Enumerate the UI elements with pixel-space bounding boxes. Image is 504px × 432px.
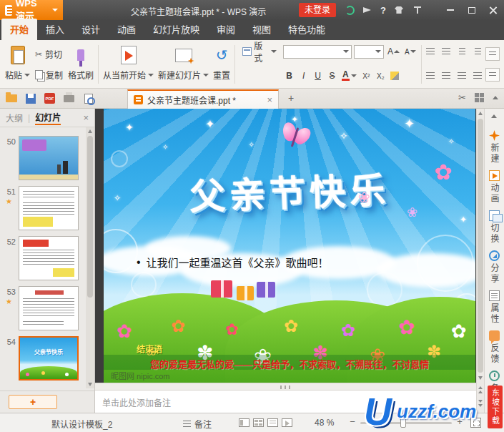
cut-button[interactable]: ✂ 剪切 <box>32 46 66 62</box>
notes-splitter[interactable] <box>95 383 476 391</box>
slide-thumbnail-53[interactable] <box>19 286 79 330</box>
underline-button[interactable]: U <box>312 69 324 83</box>
zoom-in-button[interactable]: + <box>455 418 465 428</box>
font-name-select[interactable] <box>283 45 352 59</box>
bold-button[interactable]: B <box>283 69 295 83</box>
paste-button[interactable]: 粘贴 <box>3 42 32 87</box>
new-slide-button[interactable]: 新建幻灯片 <box>156 42 211 87</box>
sidebar-item-feedback[interactable]: 反馈 <box>485 330 504 365</box>
grow-font-button[interactable]: A <box>386 45 401 59</box>
numbered-list-button[interactable] <box>440 45 453 59</box>
shrink-font-button[interactable]: A <box>403 45 417 59</box>
print-preview-button[interactable] <box>81 92 95 105</box>
print-button[interactable] <box>62 92 76 105</box>
slide-thumbnail-54[interactable]: 父亲节快乐 <box>19 336 79 381</box>
switch-window-icon[interactable] <box>475 93 484 102</box>
sidebar-item-new[interactable]: 新建 <box>485 130 504 165</box>
sidebar-item-animation[interactable]: 动画 <box>485 170 504 205</box>
text-direction-button[interactable] <box>485 47 500 61</box>
scroll-up-icon <box>478 112 483 115</box>
tab-slideshow[interactable]: 幻灯片放映 <box>144 19 208 40</box>
maximize-button[interactable] <box>461 0 483 20</box>
panel-scrollbar-thumb[interactable] <box>87 136 93 298</box>
tab-design[interactable]: 设计 <box>73 19 109 40</box>
copy-button[interactable]: 复制 <box>32 67 66 82</box>
normal-view-icon[interactable] <box>239 418 249 427</box>
font-color-button[interactable]: A <box>340 69 358 83</box>
previous-slide-button[interactable] <box>478 386 483 395</box>
reading-view-icon[interactable] <box>267 418 278 427</box>
panel-scrollbar[interactable] <box>86 127 94 388</box>
document-tab-close[interactable]: × <box>267 94 272 105</box>
highlight-button[interactable] <box>389 69 401 83</box>
slide-thumbnail-50[interactable] <box>19 136 79 180</box>
scissors-icon[interactable]: ✂ <box>458 92 466 103</box>
tab-insert[interactable]: 插入 <box>37 19 73 40</box>
play-from-current-button[interactable]: 从当前开始 <box>101 42 156 87</box>
ending-line[interactable]: 您的爱是最无私的爱——只是给予，不求索取，不溯既往，不讨恩情 <box>104 357 475 370</box>
slide-bullet-line[interactable]: • 让我们一起重温这首《父亲》歌曲吧！ <box>137 256 444 270</box>
notes-toggle[interactable]: 备注 <box>183 418 212 430</box>
notes-area[interactable]: 单击此处添加备注 <box>95 391 476 413</box>
bullet-list-button[interactable] <box>424 45 438 59</box>
align-center-button[interactable] <box>440 69 453 83</box>
skin-button[interactable] <box>392 4 405 16</box>
scrollbar-thumb[interactable] <box>478 119 483 373</box>
italic-button[interactable]: I <box>297 69 310 83</box>
sidebar-item-share[interactable]: 分享 <box>485 250 504 285</box>
save-button[interactable] <box>24 92 37 105</box>
slide-sorter-icon[interactable] <box>253 418 264 427</box>
sidebar-collapse-icon[interactable] <box>491 114 497 118</box>
add-slide-button[interactable]: + <box>9 395 57 409</box>
slideshow-view-icon[interactable] <box>282 418 292 427</box>
justify-button[interactable] <box>471 69 485 83</box>
login-button[interactable]: 未登录 <box>299 3 336 17</box>
slide-thumbnail-51[interactable] <box>19 186 79 230</box>
font-size-select[interactable] <box>354 45 384 59</box>
share-button[interactable] <box>360 4 373 16</box>
panel-close-button[interactable]: × <box>83 112 89 123</box>
tab-animation[interactable]: 动画 <box>109 19 144 40</box>
new-document-tab-button[interactable]: + <box>285 93 297 105</box>
vertical-scrollbar[interactable] <box>476 109 484 383</box>
align-left-button[interactable] <box>424 69 438 83</box>
app-menu-button[interactable]: WPS 演示 <box>0 0 63 20</box>
slide-canvas[interactable]: ✦ ✧ ✦ ✧ ✦ ✧ ✦ ✧ ✦ ✧ 父亲节快乐 <box>104 109 475 383</box>
superscript-button[interactable]: X² <box>360 69 372 83</box>
subscript-button[interactable]: X₂ <box>375 69 387 83</box>
slide-thumbnail-52[interactable] <box>19 236 79 280</box>
collapse-ribbon-icon[interactable] <box>493 96 498 99</box>
zoom-slider-handle[interactable] <box>400 418 406 428</box>
open-file-button[interactable] <box>4 92 18 105</box>
tab-home[interactable]: 开始 <box>1 19 37 40</box>
next-slide-button[interactable] <box>478 400 483 408</box>
align-right-button[interactable] <box>455 69 469 83</box>
close-button[interactable] <box>483 0 504 20</box>
line-spacing-button[interactable] <box>485 68 500 82</box>
layout-button[interactable]: 版式 <box>239 37 280 66</box>
sidebar-item-transition[interactable]: 切换 <box>485 210 504 245</box>
outline-tab[interactable]: 大纲 <box>6 112 23 124</box>
tab-special-features[interactable]: 特色功能 <box>280 19 334 40</box>
sync-button[interactable] <box>343 4 356 16</box>
pin-ribbon-button[interactable] <box>411 4 424 16</box>
reset-button[interactable]: ↺ 重置 <box>211 42 232 87</box>
sidebar-item-backup[interactable]: 备份 <box>485 370 504 405</box>
help-button[interactable]: ? <box>377 4 390 16</box>
zoom-out-button[interactable]: − <box>347 418 357 428</box>
save-icon <box>26 94 36 104</box>
format-painter-button[interactable]: 格式刷 <box>66 42 96 87</box>
increase-indent-icon <box>475 48 481 56</box>
decrease-indent-button[interactable] <box>455 45 469 59</box>
font-color-label: A <box>342 71 350 81</box>
export-pdf-button[interactable]: PDF <box>43 92 56 105</box>
sidebar-item-properties[interactable]: 属性 <box>485 290 504 325</box>
slides-tab[interactable]: 幻灯片 <box>35 111 61 125</box>
minimize-button[interactable] <box>440 0 461 20</box>
increase-indent-button[interactable] <box>471 45 485 59</box>
slide-title[interactable]: 父亲节快乐 <box>104 158 475 222</box>
strikethrough-button[interactable]: S <box>326 69 338 83</box>
document-tab[interactable]: 父亲节主题班会课.ppt * × <box>127 89 279 109</box>
zoom-slider[interactable] <box>360 422 452 424</box>
fit-window-icon[interactable] <box>470 418 481 428</box>
